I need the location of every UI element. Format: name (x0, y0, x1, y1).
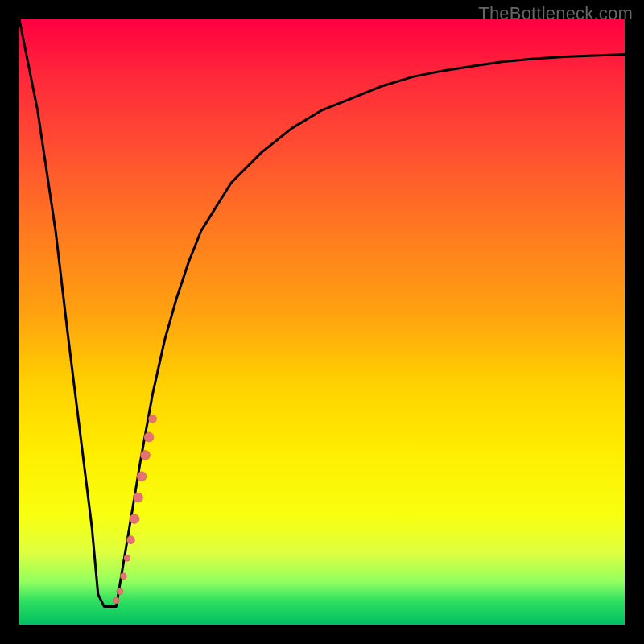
highlight-dot (117, 588, 123, 595)
highlight-dot (148, 415, 156, 423)
highlight-dot (124, 555, 130, 561)
highlight-dot (144, 432, 154, 442)
highlight-markers (113, 415, 156, 604)
highlight-dot (113, 597, 119, 604)
highlight-dot (133, 493, 142, 502)
highlight-dot (137, 472, 147, 481)
bottleneck-chart (19, 19, 625, 625)
bottleneck-curve-path (19, 19, 625, 606)
highlight-dot (130, 514, 139, 523)
highlight-dot (140, 450, 150, 460)
highlight-dot (120, 573, 126, 580)
highlight-dot (126, 536, 134, 544)
chart-frame (19, 19, 625, 625)
